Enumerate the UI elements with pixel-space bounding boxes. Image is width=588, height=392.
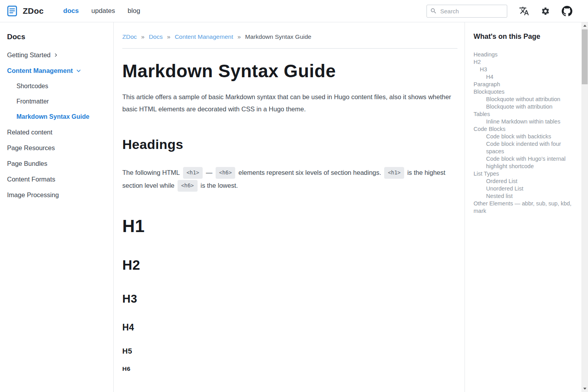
paragraph-text: — (206, 169, 212, 176)
top-navbar: ZDoc docsupdatesblog (0, 0, 588, 22)
sidebar-title: Docs (7, 33, 106, 41)
sidebar-item-label: Image Processing (7, 191, 59, 199)
toc-item-code-blocks[interactable]: Code Blocks (474, 125, 572, 133)
toc-item-tables[interactable]: Tables (474, 111, 572, 118)
headings-paragraph: The following HTML<h1>—<h6>elements repr… (122, 166, 457, 192)
sidebar-item-content-formats[interactable]: Content Formats (7, 176, 106, 183)
toc-item-ordered-list[interactable]: Ordered List (474, 178, 572, 185)
breadcrumb-item-docs[interactable]: Docs (149, 33, 163, 40)
sidebar-item-label: Getting Started (7, 51, 51, 59)
scroll-down-arrow-icon[interactable] (581, 385, 588, 392)
toc-item-h3[interactable]: H3 (474, 66, 572, 73)
sample-heading-h3: H3 (122, 293, 457, 305)
zdoc-app: ZDoc docsupdatesblog (0, 0, 588, 392)
sample-headings: H1H2H3H4H5H6 (122, 217, 457, 372)
toc-item-nested-list[interactable]: Nested list (474, 192, 572, 200)
sidebar-item-label: Content Management (7, 67, 73, 74)
nav-links: docsupdatesblog (63, 7, 152, 15)
sidebar-item-label: Page Bundles (7, 160, 47, 167)
page-toc: What's on this Page HeadingsH2H3H4Paragr… (465, 22, 581, 392)
brand-name: ZDoc (23, 6, 44, 16)
search-input[interactable] (440, 8, 504, 15)
breadcrumb-item-zdoc[interactable]: ZDoc (122, 33, 137, 40)
toc-item-code-block-indented-with-four-spaces[interactable]: Code block indented with four spaces (474, 140, 572, 155)
sample-heading-h4: H4 (122, 323, 457, 332)
sidebar-nav: Getting StartedContent ManagementShortco… (7, 51, 106, 199)
search-icon (430, 7, 437, 15)
toc-item-code-block-with-backticks[interactable]: Code block with backticks (474, 133, 572, 140)
article-intro: This article offers a sample of basic Ma… (122, 91, 457, 115)
toc-item-unordered-list[interactable]: Unordered List (474, 185, 572, 192)
toc-title: What's on this Page (474, 33, 572, 41)
toc-item-code-block-with-hugo-s-internal-highlight-shortcode[interactable]: Code block with Hugo’s internal highligh… (474, 155, 572, 170)
inline-code-h1: <h1> (183, 167, 203, 179)
language-translate-icon[interactable] (519, 6, 529, 16)
breadcrumb-separator: » (141, 33, 145, 40)
toc-item-list-types[interactable]: List Types (474, 170, 572, 178)
settings-gear-icon[interactable] (541, 7, 550, 16)
sidebar-subitem-frontmatter[interactable]: Frontmatter (16, 98, 106, 105)
zdoc-logo-icon (6, 5, 18, 17)
chevron-right-icon (54, 53, 58, 57)
toc-list: HeadingsH2H3H4ParagraphBlockquotesBlockq… (474, 51, 572, 215)
inline-code-h1: <h1> (384, 167, 404, 179)
scroll-up-arrow-icon[interactable] (581, 22, 588, 29)
sidebar-item-content-management[interactable]: Content Management (7, 67, 106, 74)
toc-item-headings[interactable]: Headings (474, 51, 572, 58)
inline-code-h6: <h6> (216, 167, 236, 179)
docs-sidebar: Docs Getting StartedContent ManagementSh… (0, 22, 114, 392)
sample-heading-h2: H2 (122, 258, 457, 272)
vertical-scrollbar[interactable] (581, 22, 588, 392)
sidebar-subitem-markdown-syntax-guide[interactable]: Markdown Syntax Guide (16, 113, 106, 120)
nav-link-blog[interactable]: blog (128, 7, 140, 15)
github-icon[interactable] (562, 6, 572, 16)
inline-code-h6: <h6> (178, 180, 198, 192)
sidebar-item-image-processing[interactable]: Image Processing (7, 191, 106, 199)
breadcrumb-item-content-management[interactable]: Content Management (175, 33, 233, 40)
toc-item-h2[interactable]: H2 (474, 58, 572, 66)
breadcrumb: ZDoc»Docs»Content Management»Markdown Sy… (122, 33, 457, 40)
toc-item-inline-markdown-within-tables[interactable]: Inline Markdown within tables (474, 118, 572, 125)
section-heading-headings: Headings (122, 137, 457, 152)
page-title: Markdown Syntax Guide (122, 60, 457, 82)
breadcrumb-divider (122, 48, 457, 49)
scrollbar-thumb[interactable] (582, 29, 588, 84)
toc-item-other-elements-abbr-sub-sup-kbd-mark[interactable]: Other Elements — abbr, sub, sup, kbd, ma… (474, 200, 572, 215)
sidebar-subitem-shortcodes[interactable]: Shortcodes (16, 83, 106, 90)
search-box[interactable] (426, 5, 507, 18)
breadcrumb-separator: » (167, 33, 171, 40)
toc-item-blockquote-with-attribution[interactable]: Blockquote with attribution (474, 103, 572, 111)
paragraph-text: is the lowest. (201, 182, 238, 189)
breadcrumb-separator: » (238, 33, 241, 40)
sidebar-item-related-content[interactable]: Related content (7, 129, 106, 136)
paragraph-text: elements represent six levels of section… (238, 169, 381, 176)
toc-item-blockquotes[interactable]: Blockquotes (474, 88, 572, 96)
sidebar-item-label: Content Formats (7, 176, 55, 183)
sample-heading-h6: H6 (122, 366, 457, 372)
main-content: ZDoc»Docs»Content Management»Markdown Sy… (114, 22, 465, 392)
toc-item-paragraph[interactable]: Paragraph (474, 81, 572, 88)
toc-item-blockquote-without-attribution[interactable]: Blockquote without attribution (474, 96, 572, 103)
toc-item-h4[interactable]: H4 (474, 73, 572, 81)
sidebar-item-label: Related content (7, 129, 53, 136)
sidebar-item-page-bundles[interactable]: Page Bundles (7, 160, 106, 167)
sample-heading-h5: H5 (122, 347, 457, 355)
sidebar-item-page-resources[interactable]: Page Resources (7, 144, 106, 152)
sidebar-item-getting-started[interactable]: Getting Started (7, 51, 106, 59)
sidebar-item-label: Page Resources (7, 144, 55, 152)
nav-link-updates[interactable]: updates (91, 7, 115, 15)
breadcrumb-item-markdown-syntax-guide: Markdown Syntax Guide (245, 33, 311, 40)
nav-link-docs[interactable]: docs (63, 7, 79, 15)
chevron-down-icon (76, 68, 81, 73)
sample-heading-h1: H1 (122, 217, 457, 235)
paragraph-text: The following HTML (122, 169, 180, 176)
brand-home-link[interactable]: ZDoc (6, 5, 44, 17)
